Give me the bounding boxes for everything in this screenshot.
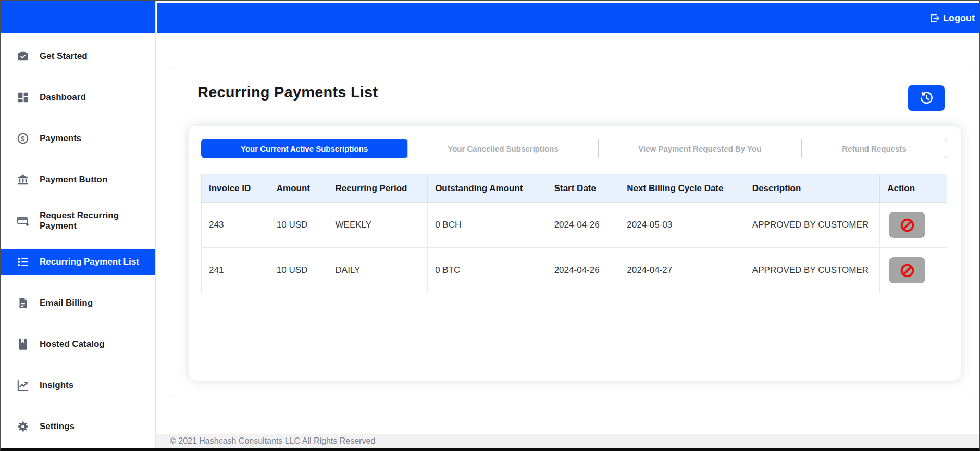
svg-text:$: $ bbox=[21, 135, 25, 142]
cell-amount: 10 USD bbox=[269, 203, 328, 248]
cell-invoice-id: 243 bbox=[202, 203, 269, 248]
tab-your-current-active-subscriptions[interactable]: Your Current Active Subscriptions bbox=[201, 139, 407, 158]
cell-next-billing-cycle-date: 2024-05-03 bbox=[619, 203, 745, 248]
history-icon bbox=[920, 91, 934, 105]
panel-header: Recurring Payments List bbox=[170, 67, 975, 110]
sidebar-item-label: Payments bbox=[40, 133, 81, 144]
app-layout: Get StartedDashboard$PaymentsPayment But… bbox=[1, 1, 979, 448]
subscriptions-card: Your Current Active SubscriptionsYour Ca… bbox=[189, 126, 961, 381]
sidebar-item-request-recurring-payment[interactable]: Request Recurring Payment bbox=[1, 200, 155, 241]
sidebar-item-label: Recurring Payment List bbox=[40, 257, 139, 267]
list-icon bbox=[16, 255, 30, 269]
cell-description: APPROVED BY CUSTOMER bbox=[745, 248, 879, 293]
cell-recurring-period: WEEKLY bbox=[328, 203, 428, 248]
cell-next-billing-cycle-date: 2024-04-27 bbox=[619, 248, 745, 293]
cell-description: APPROVED BY CUSTOMER bbox=[745, 203, 879, 248]
logout-icon bbox=[929, 12, 940, 24]
table-header-row: Invoice IDAmountRecurring PeriodOutstand… bbox=[202, 174, 947, 203]
cell-invoice-id: 241 bbox=[202, 248, 269, 293]
refresh-button[interactable] bbox=[908, 85, 945, 111]
app-window: Get StartedDashboard$PaymentsPayment But… bbox=[0, 0, 980, 451]
page-title: Recurring Payments List bbox=[197, 84, 378, 101]
topbar: Logout bbox=[157, 3, 979, 33]
column-header-description: Description bbox=[745, 174, 879, 203]
column-header-next-billing-cycle-date: Next Billing Cycle Date bbox=[619, 174, 745, 203]
tab-refund-requests[interactable]: Refund Requests bbox=[802, 139, 947, 158]
sidebar-item-label: Payment Button bbox=[40, 174, 107, 185]
table-body: 24310 USDWEEKLY0 BCH2024-04-262024-05-03… bbox=[202, 203, 947, 293]
sidebar-item-dashboard[interactable]: Dashboard bbox=[1, 77, 155, 118]
subscriptions-table: Invoice IDAmountRecurring PeriodOutstand… bbox=[201, 174, 947, 293]
logo-area bbox=[1, 1, 155, 33]
cell-start-date: 2024-04-26 bbox=[547, 248, 619, 293]
tab-your-cancelled-subscriptions[interactable]: Your Cancelled Subscriptions bbox=[407, 139, 598, 158]
sidebar-item-label: Settings bbox=[40, 421, 75, 432]
main-content: Recurring Payments List Your Current Act… bbox=[156, 33, 979, 434]
sidebar-item-label: Request Recurring Payment bbox=[40, 210, 146, 231]
sidebar-item-payment-button[interactable]: Payment Button bbox=[1, 159, 155, 200]
cell-start-date: 2024-04-26 bbox=[547, 203, 619, 248]
cancel-subscription-button[interactable] bbox=[889, 257, 925, 283]
sidebar-item-email-billing[interactable]: Email Billing bbox=[1, 282, 155, 323]
tab-bar: Your Current Active SubscriptionsYour Ca… bbox=[201, 139, 947, 158]
cell-action bbox=[880, 248, 947, 293]
sidebar-item-recurring-payment-list[interactable]: Recurring Payment List bbox=[1, 241, 155, 282]
sidebar-item-label: Get Started bbox=[40, 51, 88, 61]
ban-icon bbox=[899, 217, 915, 233]
ban-icon bbox=[899, 262, 915, 279]
column-header-action: Action bbox=[880, 174, 947, 203]
copyright-text: © 2021 Hashcash Consultants LLC All Righ… bbox=[170, 436, 375, 446]
gear-icon bbox=[16, 420, 30, 433]
card-plus-icon bbox=[16, 214, 30, 228]
dollar-circle-icon: $ bbox=[16, 132, 30, 145]
footer: © 2021 Hashcash Consultants LLC All Righ… bbox=[156, 434, 979, 448]
column-header-recurring-period: Recurring Period bbox=[328, 174, 428, 203]
table-row: 24310 USDWEEKLY0 BCH2024-04-262024-05-03… bbox=[202, 203, 947, 248]
sidebar: Get StartedDashboard$PaymentsPayment But… bbox=[1, 1, 156, 448]
sidebar-item-get-started[interactable]: Get Started bbox=[1, 35, 155, 77]
column-header-start-date: Start Date bbox=[547, 174, 619, 203]
column-header-invoice-id: Invoice ID bbox=[202, 174, 269, 203]
main-column: Logout Recurring Payments List Your Curr… bbox=[156, 1, 979, 448]
dashboard-grid-icon bbox=[16, 91, 30, 104]
column-header-amount: Amount bbox=[269, 174, 328, 203]
sidebar-nav: Get StartedDashboard$PaymentsPayment But… bbox=[1, 33, 155, 447]
briefcase-check-icon bbox=[16, 49, 30, 63]
sidebar-item-insights[interactable]: Insights bbox=[1, 365, 155, 406]
sidebar-item-hosted-catalog[interactable]: Hosted Catalog bbox=[1, 323, 155, 365]
cancel-subscription-button[interactable] bbox=[889, 212, 925, 238]
document-icon bbox=[16, 296, 30, 310]
logout-button[interactable]: Logout bbox=[929, 12, 975, 24]
chart-line-icon bbox=[16, 379, 30, 392]
sidebar-item-settings[interactable]: Settings bbox=[1, 406, 155, 447]
cell-outstanding-amount: 0 BTC bbox=[428, 248, 547, 293]
cell-action bbox=[880, 203, 947, 248]
cell-amount: 10 USD bbox=[269, 248, 328, 293]
bank-icon bbox=[16, 173, 30, 186]
sidebar-item-label: Email Billing bbox=[40, 298, 93, 308]
table-row: 24110 USDDAILY0 BTC2024-04-262024-04-27A… bbox=[202, 248, 947, 293]
logout-label: Logout bbox=[943, 13, 975, 24]
recurring-payments-panel: Recurring Payments List Your Current Act… bbox=[170, 67, 975, 397]
cell-recurring-period: DAILY bbox=[328, 248, 428, 293]
sidebar-item-label: Hosted Catalog bbox=[40, 339, 105, 349]
tab-view-payment-requested-by-you[interactable]: View Payment Requested By You bbox=[599, 139, 802, 158]
sidebar-item-label: Dashboard bbox=[40, 92, 86, 103]
book-icon bbox=[16, 337, 30, 351]
cell-outstanding-amount: 0 BCH bbox=[428, 203, 547, 248]
column-header-outstanding-amount: Outstanding Amount bbox=[428, 174, 547, 203]
sidebar-item-label: Insights bbox=[40, 380, 73, 391]
sidebar-item-payments[interactable]: $Payments bbox=[1, 118, 155, 159]
